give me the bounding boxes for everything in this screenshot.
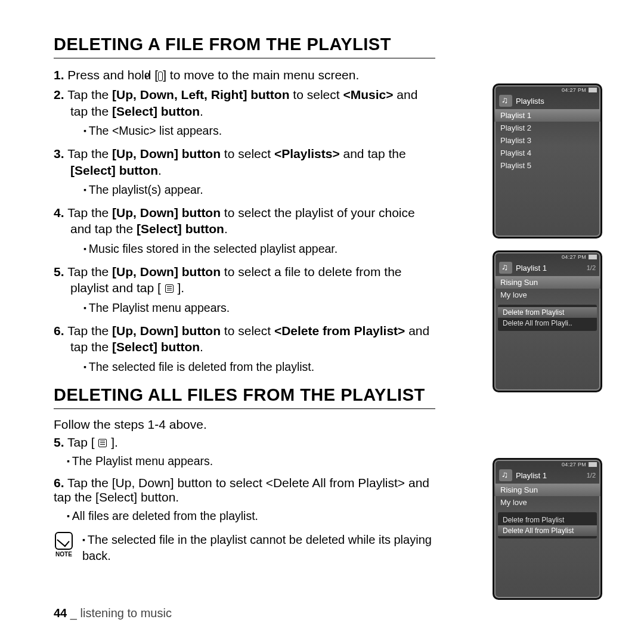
menu-icon bbox=[98, 439, 107, 447]
list-item[interactable]: My love bbox=[494, 289, 600, 301]
device-screenshot-delete-all: 04:27 PM Playlist 1 1/2 Rising Sun My lo… bbox=[493, 458, 602, 600]
menu-item-delete-all-from-playlist[interactable]: Delete All from Playli.. bbox=[498, 318, 597, 329]
step-5: Tap the [Up, Down] button to select a fi… bbox=[54, 264, 435, 315]
step-3: Tap the [Up, Down] button to select <Pla… bbox=[54, 145, 435, 197]
step-5-sub: The Playlist menu appears. bbox=[83, 300, 435, 315]
step2-6-sub: All files are deleted from the playlist. bbox=[67, 508, 435, 524]
context-menu: Delete from Playlist Delete All from Pla… bbox=[498, 305, 597, 331]
music-icon bbox=[499, 469, 512, 481]
step-4-sub: Music files stored in the selected playl… bbox=[83, 241, 435, 256]
step-2: Tap the [Up, Down, Left, Right] button t… bbox=[54, 86, 435, 138]
back-icon: ⤶ bbox=[158, 72, 163, 81]
note-text: The selected file in the playlist cannot… bbox=[82, 532, 435, 564]
menu-item-delete-from-playlist[interactable]: Delete from Playlist bbox=[498, 515, 597, 525]
step-6: Tap the [Up, Down] button to select <Del… bbox=[54, 323, 435, 374]
page-footer: 44 _ listening to music bbox=[54, 606, 172, 620]
device-time: 04:27 PM bbox=[562, 254, 586, 260]
device-title: Playlists bbox=[516, 97, 544, 106]
device-time: 04:27 PM bbox=[562, 87, 586, 93]
step-6-sub: The selected file is deleted from the pl… bbox=[83, 359, 435, 374]
battery-icon bbox=[589, 462, 597, 467]
battery-icon bbox=[589, 255, 597, 259]
context-menu: Delete from Playlist Delete All from Pla… bbox=[498, 512, 597, 538]
music-icon bbox=[499, 95, 512, 107]
steps-delete-file: Press and hold [⤶] to move to the main m… bbox=[54, 67, 435, 374]
list-item[interactable]: Playlist 4 bbox=[494, 147, 600, 159]
device-count: 1/2 bbox=[587, 264, 596, 271]
device-screenshot-playlists: 04:27 PM Playlists Playlist 1 Playlist 2… bbox=[493, 83, 602, 239]
device-count: 1/2 bbox=[587, 472, 596, 479]
device-screenshot-delete-from: 04:27 PM Playlist 1 1/2 Rising Sun My lo… bbox=[493, 250, 602, 392]
menu-item-delete-from-playlist[interactable]: Delete from Playlist bbox=[498, 307, 597, 318]
battery-icon bbox=[589, 88, 597, 92]
section-title-delete-all: DELETING ALL FILES FROM THE PLAYLIST bbox=[54, 385, 435, 409]
note-label: NOTE bbox=[54, 551, 74, 558]
footer-section: listening to music bbox=[80, 606, 172, 620]
step2-5: 5. Tap [ ]. bbox=[54, 435, 435, 450]
step2-5-sub: The Playlist menu appears. bbox=[67, 453, 435, 469]
list-item[interactable]: Playlist 2 bbox=[494, 122, 600, 134]
page-number: 44 bbox=[54, 606, 67, 620]
menu-item-delete-all-from-playlist[interactable]: Delete All from Playlist bbox=[498, 525, 597, 536]
device-time: 04:27 PM bbox=[562, 462, 586, 467]
menu-icon bbox=[165, 284, 174, 293]
device-title: Playlist 1 bbox=[516, 471, 547, 480]
step-3-sub: The playlist(s) appear. bbox=[83, 182, 435, 197]
music-icon bbox=[499, 262, 512, 274]
note-badge: NOTE bbox=[54, 532, 74, 558]
list-item[interactable]: Rising Sun bbox=[494, 276, 600, 289]
list-item[interactable]: My love bbox=[494, 496, 600, 509]
list-item[interactable]: Playlist 5 bbox=[494, 159, 600, 172]
step-1: Press and hold [⤶] to move to the main m… bbox=[54, 67, 435, 83]
step-4: Tap the [Up, Down] button to select the … bbox=[54, 205, 435, 256]
section-title-delete-file: DELETING A FILE FROM THE PLAYLIST bbox=[54, 35, 435, 58]
list-item[interactable]: Playlist 1 bbox=[494, 109, 600, 122]
step-2-sub: The <Music> list appears. bbox=[83, 123, 435, 138]
list-item[interactable]: Rising Sun bbox=[494, 484, 600, 496]
list-item[interactable]: Playlist 3 bbox=[494, 134, 600, 147]
note-icon bbox=[55, 532, 73, 550]
device-title: Playlist 1 bbox=[516, 264, 547, 273]
note-row: NOTE The selected file in the playlist c… bbox=[54, 532, 435, 564]
step2-6: 6. Tap the [Up, Down] button to select <… bbox=[54, 476, 435, 504]
playlists-list: Playlist 1 Playlist 2 Playlist 3 Playlis… bbox=[494, 109, 600, 172]
follow-steps-line: Follow the steps 1-4 above. bbox=[54, 417, 435, 432]
